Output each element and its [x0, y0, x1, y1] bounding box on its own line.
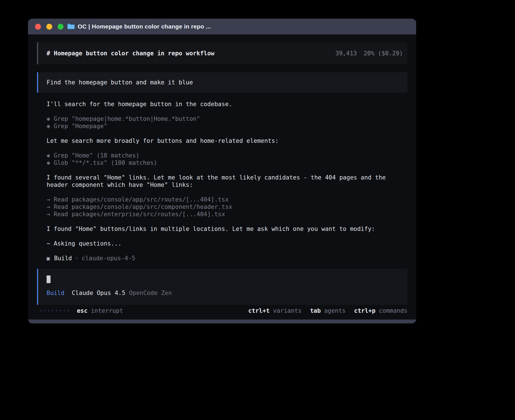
- window-title-group: OC | Homepage button color change in rep…: [67, 23, 211, 30]
- esc-key-label: interrupt: [91, 307, 123, 314]
- user-message: Find the homepage button and make it blu…: [37, 72, 407, 93]
- separator-dot: ·: [75, 255, 79, 262]
- input-meta-row: Build Claude Opus 4.5 OpenCode Zen: [47, 289, 407, 297]
- model-name: claude-opus-4-5: [82, 255, 135, 262]
- window-title: OC | Homepage button color change in rep…: [78, 23, 211, 30]
- mode-indicator: Build: [47, 289, 64, 297]
- file-read-line: → Read packages/console/app/src/routes/[…: [37, 196, 407, 203]
- session-header: # Homepage button color change in repo w…: [37, 42, 407, 64]
- session-title: # Homepage button color change in repo w…: [47, 50, 214, 57]
- tool-call-group: ✱ Grep "homepage|home.*button|Home.*butt…: [37, 115, 407, 130]
- user-message-text: Find the homepage button and make it blu…: [47, 79, 193, 86]
- file-read-group: → Read packages/console/app/src/routes/[…: [37, 196, 407, 218]
- shortcut-variants: ctrl+t variants: [248, 307, 302, 314]
- context-usage: 20% ($0.29): [364, 50, 403, 57]
- assistant-message: Let me search more broadly for buttons a…: [37, 137, 407, 145]
- agent-status-line: ▣ Build · claude-opus-4-5: [37, 255, 407, 262]
- close-button[interactable]: [35, 24, 41, 30]
- shortcut-commands: ctrl+p commands: [354, 307, 407, 314]
- terminal-window: OC | Homepage button color change in rep…: [28, 19, 416, 323]
- assistant-status-message: ~ Asking questions...: [37, 240, 407, 247]
- assistant-message: I'll search for the homepage button in t…: [37, 100, 407, 108]
- tool-call-group: ✱ Grep "Home" (18 matches) ✱ Glob "**/*.…: [37, 152, 407, 167]
- folder-icon: [67, 23, 75, 30]
- shortcut-hints: ctrl+t variants tab agents ctrl+p comman…: [248, 307, 407, 314]
- assistant-message: I found several "Home" links. Let me loo…: [37, 174, 407, 189]
- shortcut-agents: tab agents: [310, 307, 346, 314]
- tool-call-line: ✱ Glob "**/*.tsx" (100 matches): [37, 159, 407, 167]
- text-cursor: [47, 275, 51, 283]
- agent-name: Build: [54, 255, 72, 262]
- tool-call-line: ✱ Grep "Homepage": [37, 123, 407, 130]
- agent-icon: ▣: [47, 255, 50, 262]
- window-titlebar: OC | Homepage button color change in rep…: [28, 19, 416, 34]
- minimize-button[interactable]: [46, 24, 52, 30]
- active-model: Claude Opus 4.5: [72, 289, 125, 297]
- traffic-lights: [35, 24, 64, 30]
- session-scroll-area[interactable]: # Homepage button color change in repo w…: [28, 34, 416, 320]
- zoom-button[interactable]: [58, 24, 64, 30]
- file-read-line: → Read packages/enterprise/src/routes/[.…: [37, 211, 407, 218]
- session-stats: 39,413 20% ($0.29): [335, 50, 403, 57]
- esc-key-hint: esc: [77, 307, 88, 314]
- tool-call-line: ✱ Grep "homepage|home.*button|Home.*butt…: [37, 115, 407, 123]
- model-provider: OpenCode Zen: [129, 289, 172, 297]
- prompt-input[interactable]: Build Claude Opus 4.5 OpenCode Zen: [37, 269, 407, 305]
- file-read-line: → Read packages/console/app/src/componen…: [37, 203, 407, 211]
- interrupt-hint: esc interrupt: [77, 307, 123, 314]
- status-bar: ········ esc interrupt ctrl+t variants t…: [37, 307, 407, 314]
- assistant-message: I found "Home" buttons/links in multiple…: [37, 225, 407, 233]
- tool-call-line: ✱ Grep "Home" (18 matches): [37, 152, 407, 159]
- spinner-dots: ········: [39, 307, 70, 314]
- token-count: 39,413: [335, 50, 357, 57]
